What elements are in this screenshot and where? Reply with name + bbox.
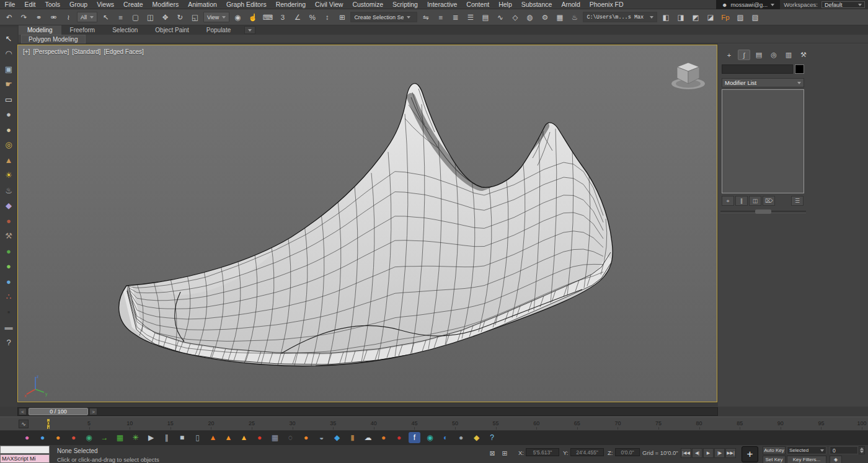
select-by-name-icon[interactable]: ≡ — [114, 11, 127, 24]
percent-snap-icon[interactable]: % — [306, 11, 319, 24]
menu-item[interactable]: Customize — [348, 0, 388, 9]
redo-icon[interactable]: ↷ — [17, 11, 30, 24]
dot-orange-icon[interactable]: ● — [300, 432, 312, 443]
go-end-button[interactable]: ▶▶| — [725, 448, 736, 458]
perspective-viewport[interactable]: [+] [Perspective] [Standard] [Edged Face… — [17, 45, 717, 402]
sphere-red-icon[interactable]: ● — [68, 432, 79, 443]
scene-explorer-icon[interactable]: ☰ — [464, 11, 477, 24]
edit-named-selections-icon[interactable]: ⊞ — [335, 11, 348, 24]
panel-tool-icon[interactable]: ▣ — [2, 63, 16, 75]
object-color-swatch[interactable] — [795, 64, 804, 74]
key-mode-toggle-button[interactable]: ◈ — [830, 456, 842, 463]
help-tool-icon[interactable]: ? — [2, 336, 16, 348]
mini-curve-editor-button[interactable]: ∿ — [19, 420, 29, 428]
spinner-snap-icon[interactable]: ↕ — [321, 11, 334, 24]
sphere-tan-tool-icon[interactable]: ● — [2, 123, 16, 136]
modify-tab-icon[interactable]: ∫ — [738, 50, 750, 60]
ball-lime-tool-icon[interactable]: ● — [2, 260, 16, 273]
state-sets-icon[interactable]: ◩ — [689, 11, 702, 24]
select-rotate-icon[interactable]: ↻ — [174, 11, 187, 24]
flame-icon-2[interactable]: ▲ — [223, 432, 234, 443]
menu-item[interactable]: Tools — [40, 0, 65, 9]
globe-blue-icon[interactable]: ◐ — [440, 432, 451, 443]
next-frame-arrow[interactable]: > — [89, 408, 97, 415]
show-end-result-icon[interactable]: ∥ — [735, 196, 748, 206]
track-bar[interactable]: ∿ 05101520253035404550556065707580859095… — [0, 417, 868, 431]
select-manipulate-icon[interactable]: ☝ — [246, 11, 259, 24]
pin-stack-icon[interactable]: ⌖ — [722, 196, 734, 206]
extra-plugin-icon[interactable]: ▨ — [748, 11, 761, 24]
plus-button[interactable]: + — [742, 446, 758, 462]
gear-yellow-icon[interactable]: ◆ — [471, 432, 482, 443]
menu-item[interactable]: Help — [494, 0, 517, 9]
viewport-standard-menu[interactable]: [Standard] — [72, 48, 100, 55]
viewcube[interactable] — [668, 56, 708, 92]
keyboard-override-icon[interactable]: ⌨ — [261, 11, 274, 24]
ribbon-toggle-icon[interactable]: ▤ — [479, 11, 492, 24]
ref-coord-dropdown[interactable]: View — [203, 12, 229, 22]
sphere-green-tool-icon[interactable]: ● — [2, 245, 16, 257]
gem-tool-icon[interactable]: ◆ — [2, 200, 16, 212]
make-unique-icon[interactable]: ◫ — [749, 196, 761, 206]
unlink-icon[interactable]: ⚮ — [47, 11, 60, 24]
menu-item[interactable]: File — [0, 0, 20, 9]
utilities-tab-icon[interactable]: ⚒ — [797, 50, 810, 60]
calendar-icon[interactable]: ▦ — [269, 432, 281, 443]
go-start-button[interactable]: |◀◀ — [681, 448, 691, 458]
snap-toggle-icon[interactable]: 3 — [276, 11, 289, 24]
use-pivot-center-icon[interactable]: ◉ — [231, 11, 244, 24]
asset-browser-icon[interactable]: ◨ — [674, 11, 687, 24]
modifier-list-dropdown[interactable]: Modifier List — [722, 78, 804, 87]
window-crossing-icon[interactable]: ◫ — [144, 11, 157, 24]
barrel-icon[interactable]: ▮ — [347, 432, 358, 443]
absolute-mode-icon[interactable]: ⊞ — [500, 448, 510, 458]
select-link-icon[interactable]: ⚭ — [32, 11, 45, 24]
select-object-icon[interactable]: ↖ — [99, 11, 112, 24]
next-frame-button[interactable]: |▶ — [714, 448, 725, 458]
maxscript-listener[interactable] — [0, 446, 50, 454]
bind-spacewarp-icon[interactable]: ≀ — [62, 11, 75, 24]
flame-icon-3[interactable]: ▲ — [238, 432, 250, 443]
ring-gold-tool-icon[interactable]: ◎ — [2, 139, 16, 151]
sun-tool-icon[interactable]: ☀ — [2, 169, 16, 182]
render-setup-icon[interactable]: ⚙ — [538, 11, 551, 24]
coordinate-y-field[interactable]: 24'4.455" — [570, 448, 604, 456]
rendered-frame-icon[interactable]: ▦ — [553, 11, 566, 24]
ribbon-tab-modeling[interactable]: Modeling — [19, 25, 61, 35]
menu-item[interactable]: Content — [462, 0, 494, 9]
menu-item[interactable]: Scripting — [388, 0, 423, 9]
time-slider-track[interactable] — [17, 407, 718, 416]
menu-item[interactable]: Interactive — [422, 0, 461, 9]
tomato-icon[interactable]: ● — [254, 432, 265, 443]
sphere-blue-icon[interactable]: ● — [37, 432, 48, 443]
pot-icon[interactable]: ● — [378, 432, 389, 443]
coordinate-z-field[interactable]: 0'0.0" — [615, 448, 640, 456]
swirl-icon[interactable]: ◌ — [285, 432, 296, 443]
sphere-gray-tool-icon[interactable]: ● — [2, 108, 16, 121]
play-button[interactable]: ▶ — [703, 448, 714, 458]
globe-green-icon[interactable]: ◉ — [83, 432, 95, 443]
render-production-icon[interactable]: ♨ — [568, 11, 581, 24]
selected-dropdown[interactable]: Selected — [787, 446, 826, 454]
hand-tool-icon[interactable]: ☛ — [2, 78, 16, 90]
undo-icon[interactable]: ↶ — [2, 11, 16, 24]
ribbon-collapse-icon[interactable] — [244, 26, 255, 34]
cloud-icon[interactable]: ☁ — [362, 432, 374, 443]
menu-item[interactable]: Graph Editors — [221, 0, 271, 9]
f-app-icon[interactable]: f — [409, 432, 420, 443]
phoenix-fp-icon[interactable]: Fp — [719, 11, 732, 24]
ufo-icon[interactable]: ◒ — [316, 432, 327, 443]
menu-item[interactable]: Rendering — [271, 0, 310, 9]
key-filters-button[interactable]: Key Filters... — [787, 456, 826, 463]
delete-icon[interactable]: ▯ — [192, 432, 203, 443]
teapot-tool-icon[interactable]: ♨ — [2, 184, 16, 196]
selection-filter-dropdown[interactable]: All — [77, 12, 97, 22]
isolate-selection-icon[interactable]: ◪ — [704, 11, 717, 24]
stop-icon[interactable]: ■ — [176, 432, 188, 443]
auto-key-button[interactable]: Auto Key — [763, 446, 786, 454]
select-scale-icon[interactable]: ◱ — [188, 11, 202, 24]
prev-frame-arrow[interactable]: < — [19, 408, 27, 415]
rect-selection-region-icon[interactable]: ▢ — [129, 11, 142, 24]
modifier-stack[interactable] — [722, 89, 804, 193]
project-path-dropdown[interactable]: C:\Users\m...s Max 2021 — [583, 12, 657, 22]
